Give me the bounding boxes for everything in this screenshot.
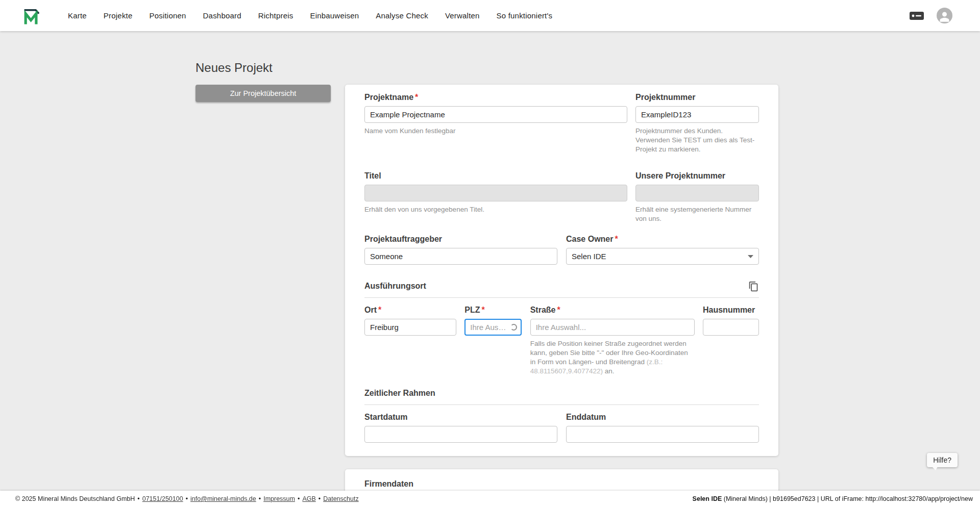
navbar-actions <box>909 8 952 23</box>
strasse-input[interactable] <box>530 319 695 336</box>
copy-icon[interactable] <box>748 281 759 292</box>
user-avatar[interactable] <box>937 8 952 23</box>
session-details: (Mineral Minds) | b91695ed7623 | URL of … <box>722 495 973 502</box>
required-asterisk: * <box>615 235 618 243</box>
field-ort: Ort* <box>364 305 456 336</box>
row-titel: Titel Erhält den von uns vorgegebenen Ti… <box>364 171 759 223</box>
field-strasse: Straße* Falls die Position keiner Straße… <box>530 305 695 376</box>
help-button[interactable]: Hilfe? <box>927 453 958 467</box>
email-link[interactable]: info@mineral-minds.de <box>190 495 256 502</box>
projektname-helper: Name vom Kunden festlegbar <box>364 126 627 136</box>
case-owner-label: Case Owner* <box>566 234 759 244</box>
nav-item-positionen[interactable]: Positionen <box>150 11 186 20</box>
nav-item-projekte[interactable]: Projekte <box>104 11 133 20</box>
startdatum-input[interactable] <box>364 426 557 443</box>
startdatum-label: Startdatum <box>364 412 557 422</box>
field-projektauftraggeber: Projektauftraggeber <box>364 234 557 265</box>
nav-item-analyse-check[interactable]: Analyse Check <box>376 11 428 20</box>
unsere-projektnummer-label: Unsere Projektnummer <box>635 171 759 181</box>
projektauftraggeber-label: Projektauftraggeber <box>364 234 557 244</box>
strasse-helper-text: Falls die Position keiner Straße zugeord… <box>530 340 688 366</box>
footer-separator: • <box>318 495 321 502</box>
left-column: Zur Projektübersicht <box>195 85 345 102</box>
agb-link[interactable]: AGB <box>302 495 315 502</box>
field-case-owner: Case Owner* Selen IDE <box>566 234 759 265</box>
copyright-text: © 2025 Mineral Minds Deutschland GmbH <box>15 495 135 502</box>
page-title: Neues Projekt <box>195 61 980 75</box>
project-form-card: Projektname* Name vom Kunden festlegbar … <box>345 85 778 456</box>
row-ort: Ort* PLZ* Straße* <box>364 305 759 376</box>
nav-item-dashboard[interactable]: Dashboard <box>203 11 241 20</box>
session-user: Selen IDE <box>693 495 722 502</box>
strasse-label: Straße* <box>530 305 695 315</box>
field-unsere-projektnummer: Unsere Projektnummer Erhält eine systemg… <box>635 171 759 223</box>
mineral-minds-logo[interactable] <box>23 7 42 25</box>
phone-link[interactable]: 07151/250100 <box>142 495 183 502</box>
back-to-projects-button[interactable]: Zur Projektübersicht <box>195 85 331 102</box>
unsere-projektnummer-input <box>635 185 759 201</box>
titel-input <box>364 185 627 201</box>
row-auftraggeber: Projektauftraggeber Case Owner* Selen ID… <box>364 234 759 265</box>
server-icon[interactable] <box>909 11 924 21</box>
session-info: Selen IDE (Mineral Minds) | b91695ed7623… <box>693 495 973 502</box>
projektnummer-input[interactable] <box>635 106 759 123</box>
ort-label: Ort* <box>364 305 456 315</box>
projektname-label-text: Projektname <box>364 93 413 102</box>
section-divider <box>364 404 759 405</box>
enddatum-label: Enddatum <box>566 412 759 422</box>
case-owner-select[interactable]: Selen IDE <box>566 248 759 265</box>
section-ausfuehrungsort: Ausführungsort <box>364 280 759 292</box>
footer-separator: • <box>137 495 139 502</box>
case-owner-value: Selen IDE <box>572 252 606 261</box>
main-nav: Karte Projekte Positionen Dashboard Rich… <box>68 11 552 20</box>
required-asterisk: * <box>557 306 560 314</box>
nav-item-karte[interactable]: Karte <box>68 11 87 20</box>
datenschutz-link[interactable]: Datenschutz <box>323 495 358 502</box>
loading-spinner-icon <box>510 324 517 331</box>
ort-label-text: Ort <box>364 306 377 314</box>
section-zeitlicher-rahmen: Zeitlicher Rahmen <box>364 387 759 399</box>
required-asterisk: * <box>378 306 381 314</box>
required-asterisk: * <box>415 93 418 102</box>
unsere-projektnummer-helper: Erhält eine systemgenerierte Nummer von … <box>635 205 759 223</box>
chevron-down-icon <box>748 255 753 258</box>
titel-helper: Erhält den von uns vorgegebenen Titel. <box>364 205 627 214</box>
firmendaten-title: Firmendaten <box>364 479 759 489</box>
case-owner-label-text: Case Owner <box>566 235 613 243</box>
footer-separator: • <box>259 495 261 502</box>
field-hausnummer: Hausnummer <box>703 305 759 336</box>
impressum-link[interactable]: Impressum <box>263 495 295 502</box>
nav-item-verwalten[interactable]: Verwalten <box>445 11 480 20</box>
row-datum: Startdatum Enddatum <box>364 412 759 443</box>
top-navbar: Karte Projekte Positionen Dashboard Rich… <box>0 0 980 31</box>
plz-label-text: PLZ <box>464 306 480 314</box>
strasse-label-text: Straße <box>530 306 556 314</box>
field-startdatum: Startdatum <box>364 412 557 443</box>
zeitlicher-rahmen-title: Zeitlicher Rahmen <box>364 389 435 398</box>
main-content: Neues Projekt Zur Projektübersicht Proje… <box>0 31 980 507</box>
projektname-input[interactable] <box>364 106 627 123</box>
logo-mark <box>23 7 42 25</box>
footer-separator: • <box>186 495 188 502</box>
enddatum-input[interactable] <box>566 426 759 443</box>
section-divider <box>364 297 759 298</box>
footer-separator: • <box>298 495 300 502</box>
titel-label: Titel <box>364 171 627 181</box>
footer-links: © 2025 Mineral Minds Deutschland GmbH • … <box>15 495 359 502</box>
ort-input[interactable] <box>364 319 456 336</box>
field-plz: PLZ* <box>464 305 522 336</box>
hausnummer-input[interactable] <box>703 319 759 336</box>
nav-item-so-funktionierts[interactable]: So funktioniert's <box>497 11 553 20</box>
row-projektname: Projektname* Name vom Kunden festlegbar … <box>364 92 759 154</box>
nav-item-einbauweisen[interactable]: Einbauweisen <box>310 11 359 20</box>
projektauftraggeber-input[interactable] <box>364 248 557 265</box>
field-enddatum: Enddatum <box>566 412 759 443</box>
projektnummer-helper: Projektnummer des Kunden. Verwenden Sie … <box>635 126 759 154</box>
ausfuehrungsort-title: Ausführungsort <box>364 282 426 291</box>
nav-item-richtpreis[interactable]: Richtpreis <box>258 11 293 20</box>
field-titel: Titel Erhält den von uns vorgegebenen Ti… <box>364 171 627 214</box>
footer: © 2025 Mineral Minds Deutschland GmbH • … <box>0 491 980 507</box>
person-icon <box>938 10 951 23</box>
projektname-label: Projektname* <box>364 92 627 102</box>
required-asterisk: * <box>482 306 485 314</box>
